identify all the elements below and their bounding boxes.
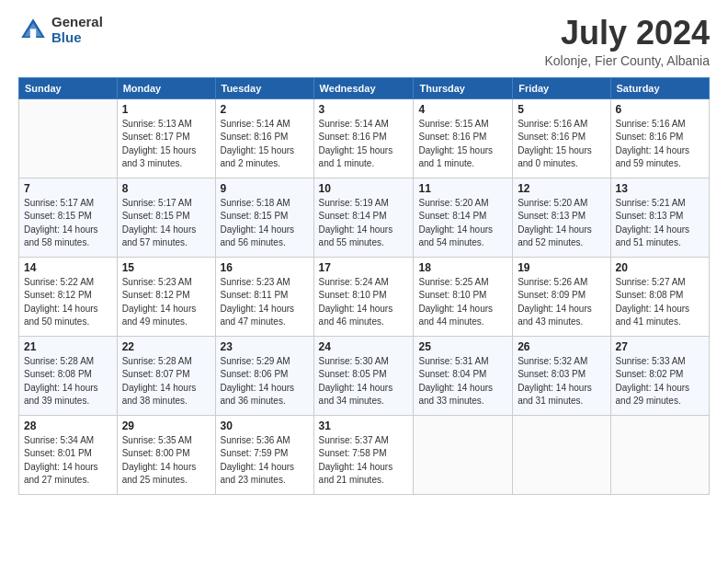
cell-day-number: 22 [122,340,210,353]
cell-info: Sunrise: 5:18 AM Sunset: 8:15 PM Dayligh… [221,197,309,250]
calendar-week-row: 7Sunrise: 5:17 AM Sunset: 8:15 PM Daylig… [19,178,710,257]
calendar-cell: 15Sunrise: 5:23 AM Sunset: 8:12 PM Dayli… [117,257,215,336]
cell-day-number: 17 [319,261,409,274]
cell-day-number: 2 [221,103,309,116]
cell-day-number: 4 [418,103,507,116]
cell-day-number: 30 [221,419,309,432]
cell-day-number: 21 [24,340,112,353]
cell-info: Sunrise: 5:13 AM Sunset: 8:17 PM Dayligh… [122,118,210,171]
cell-info: Sunrise: 5:23 AM Sunset: 8:11 PM Dayligh… [221,276,309,329]
cell-day-number: 7 [24,182,112,195]
cell-info: Sunrise: 5:36 AM Sunset: 7:59 PM Dayligh… [221,434,309,488]
cell-day-number: 12 [518,182,605,195]
cell-info: Sunrise: 5:17 AM Sunset: 8:15 PM Dayligh… [24,197,112,250]
calendar-cell: 28Sunrise: 5:34 AM Sunset: 8:01 PM Dayli… [19,415,118,494]
calendar-cell: 22Sunrise: 5:28 AM Sunset: 8:07 PM Dayli… [117,336,215,415]
calendar-cell: 9Sunrise: 5:18 AM Sunset: 8:15 PM Daylig… [215,178,313,257]
logo: General Blue [18,15,103,45]
cell-day-number: 13 [616,182,704,195]
cell-day-number: 3 [319,103,409,116]
cell-day-number: 24 [319,340,409,353]
calendar-cell: 18Sunrise: 5:25 AM Sunset: 8:10 PM Dayli… [414,257,513,336]
title-block: July 2024 Kolonje, Fier County, Albania [544,15,710,68]
cell-info: Sunrise: 5:19 AM Sunset: 8:14 PM Dayligh… [319,197,409,250]
location: Kolonje, Fier County, Albania [544,53,710,68]
cell-info: Sunrise: 5:20 AM Sunset: 8:14 PM Dayligh… [418,197,507,250]
logo-general-text: General [51,15,103,30]
calendar-body: 1Sunrise: 5:13 AM Sunset: 8:17 PM Daylig… [19,98,710,494]
logo-blue-text: Blue [51,30,103,46]
cell-info: Sunrise: 5:31 AM Sunset: 8:04 PM Dayligh… [418,355,507,408]
cell-day-number: 5 [518,103,605,116]
month-title: July 2024 [544,15,710,52]
calendar-cell: 27Sunrise: 5:33 AM Sunset: 8:02 PM Dayli… [610,336,709,415]
cell-day-number: 10 [319,182,409,195]
cell-day-number: 28 [24,419,112,432]
cell-day-number: 29 [122,419,210,432]
calendar-cell: 30Sunrise: 5:36 AM Sunset: 7:59 PM Dayli… [215,415,313,494]
calendar-table: SundayMondayTuesdayWednesdayThursdayFrid… [18,77,710,495]
calendar-cell: 12Sunrise: 5:20 AM Sunset: 8:13 PM Dayli… [513,178,610,257]
cell-day-number: 8 [122,182,210,195]
cell-day-number: 11 [418,182,507,195]
calendar-cell: 7Sunrise: 5:17 AM Sunset: 8:15 PM Daylig… [19,178,118,257]
weekday-header: Thursday [414,77,513,98]
logo-text: General Blue [51,15,103,45]
cell-info: Sunrise: 5:14 AM Sunset: 8:16 PM Dayligh… [319,118,409,171]
cell-day-number: 27 [616,340,704,353]
cell-day-number: 16 [221,261,309,274]
calendar-cell: 19Sunrise: 5:26 AM Sunset: 8:09 PM Dayli… [513,257,610,336]
cell-info: Sunrise: 5:14 AM Sunset: 8:16 PM Dayligh… [221,118,309,171]
cell-info: Sunrise: 5:22 AM Sunset: 8:12 PM Dayligh… [24,276,112,329]
cell-info: Sunrise: 5:29 AM Sunset: 8:06 PM Dayligh… [221,355,309,408]
calendar-cell: 20Sunrise: 5:27 AM Sunset: 8:08 PM Dayli… [610,257,709,336]
weekday-row: SundayMondayTuesdayWednesdayThursdayFrid… [19,77,710,98]
calendar-cell: 23Sunrise: 5:29 AM Sunset: 8:06 PM Dayli… [215,336,313,415]
calendar-cell: 16Sunrise: 5:23 AM Sunset: 8:11 PM Dayli… [215,257,313,336]
calendar-cell: 1Sunrise: 5:13 AM Sunset: 8:17 PM Daylig… [117,98,215,178]
calendar-cell: 13Sunrise: 5:21 AM Sunset: 8:13 PM Dayli… [610,178,709,257]
calendar-cell: 26Sunrise: 5:32 AM Sunset: 8:03 PM Dayli… [513,336,610,415]
calendar-cell: 3Sunrise: 5:14 AM Sunset: 8:16 PM Daylig… [313,98,414,178]
calendar-cell: 10Sunrise: 5:19 AM Sunset: 8:14 PM Dayli… [313,178,414,257]
calendar-cell: 2Sunrise: 5:14 AM Sunset: 8:16 PM Daylig… [215,98,313,178]
calendar-cell [513,415,610,494]
cell-info: Sunrise: 5:33 AM Sunset: 8:02 PM Dayligh… [616,355,704,408]
cell-info: Sunrise: 5:32 AM Sunset: 8:03 PM Dayligh… [518,355,605,408]
weekday-header: Saturday [610,77,709,98]
cell-day-number: 26 [518,340,605,353]
calendar-cell: 25Sunrise: 5:31 AM Sunset: 8:04 PM Dayli… [414,336,513,415]
cell-info: Sunrise: 5:28 AM Sunset: 8:08 PM Dayligh… [24,355,112,408]
logo-icon [18,16,48,45]
calendar-cell: 4Sunrise: 5:15 AM Sunset: 8:16 PM Daylig… [414,98,513,178]
cell-info: Sunrise: 5:26 AM Sunset: 8:09 PM Dayligh… [518,276,605,329]
calendar-week-row: 21Sunrise: 5:28 AM Sunset: 8:08 PM Dayli… [19,336,710,415]
calendar-cell: 14Sunrise: 5:22 AM Sunset: 8:12 PM Dayli… [19,257,118,336]
cell-info: Sunrise: 5:25 AM Sunset: 8:10 PM Dayligh… [418,276,507,329]
header: General Blue July 2024 Kolonje, Fier Cou… [18,15,710,68]
cell-info: Sunrise: 5:27 AM Sunset: 8:08 PM Dayligh… [616,276,704,329]
calendar-week-row: 14Sunrise: 5:22 AM Sunset: 8:12 PM Dayli… [19,257,710,336]
calendar-cell: 6Sunrise: 5:16 AM Sunset: 8:16 PM Daylig… [610,98,709,178]
calendar-cell: 11Sunrise: 5:20 AM Sunset: 8:14 PM Dayli… [414,178,513,257]
cell-day-number: 25 [418,340,507,353]
calendar-week-row: 1Sunrise: 5:13 AM Sunset: 8:17 PM Daylig… [19,98,710,178]
svg-rect-2 [30,29,36,38]
cell-info: Sunrise: 5:28 AM Sunset: 8:07 PM Dayligh… [122,355,210,408]
calendar-header: SundayMondayTuesdayWednesdayThursdayFrid… [19,77,710,98]
cell-info: Sunrise: 5:15 AM Sunset: 8:16 PM Dayligh… [418,118,507,171]
calendar-cell [610,415,709,494]
cell-info: Sunrise: 5:34 AM Sunset: 8:01 PM Dayligh… [24,434,112,488]
cell-info: Sunrise: 5:24 AM Sunset: 8:10 PM Dayligh… [319,276,409,329]
calendar-cell: 31Sunrise: 5:37 AM Sunset: 7:58 PM Dayli… [313,415,414,494]
calendar-cell: 17Sunrise: 5:24 AM Sunset: 8:10 PM Dayli… [313,257,414,336]
cell-day-number: 1 [122,103,210,116]
page: General Blue July 2024 Kolonje, Fier Cou… [0,0,728,563]
cell-info: Sunrise: 5:37 AM Sunset: 7:58 PM Dayligh… [319,434,409,488]
calendar-cell [19,98,118,178]
cell-info: Sunrise: 5:20 AM Sunset: 8:13 PM Dayligh… [518,197,605,250]
cell-info: Sunrise: 5:17 AM Sunset: 8:15 PM Dayligh… [122,197,210,250]
cell-day-number: 31 [319,419,409,432]
calendar-cell: 29Sunrise: 5:35 AM Sunset: 8:00 PM Dayli… [117,415,215,494]
cell-info: Sunrise: 5:16 AM Sunset: 8:16 PM Dayligh… [616,118,704,171]
